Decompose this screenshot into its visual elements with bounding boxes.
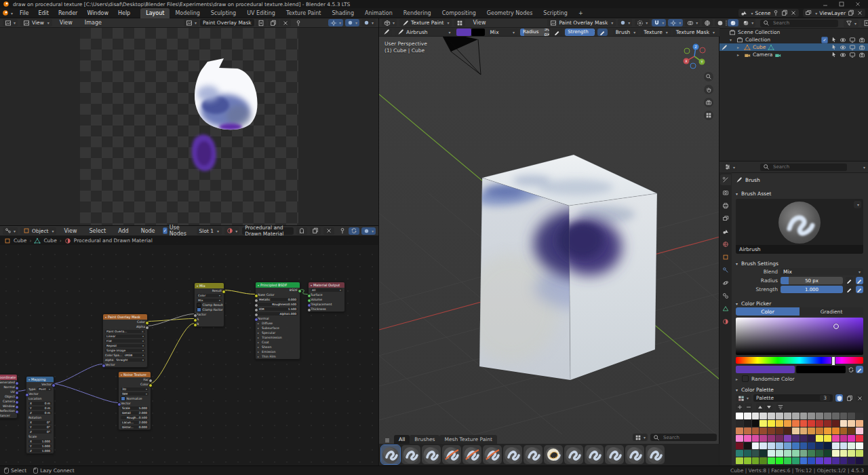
palette-swatch[interactable] xyxy=(784,428,791,434)
pointer-toggle-icon[interactable] xyxy=(831,44,837,51)
saturation-value-picker[interactable] xyxy=(736,318,863,355)
palette-swatch[interactable] xyxy=(768,413,775,419)
palette-swatch[interactable] xyxy=(760,435,767,442)
node-row-z[interactable]: Z0° xyxy=(26,430,54,434)
node-row-z[interactable]: Z1.000 xyxy=(26,449,54,453)
outliner-search-input[interactable] xyxy=(772,20,835,26)
palette-swatch[interactable] xyxy=(768,435,775,442)
palette-swatch[interactable] xyxy=(784,450,791,457)
palette-swatch[interactable] xyxy=(736,435,743,442)
node-row-z[interactable]: Z0 m xyxy=(26,411,54,415)
unlink-palette-button[interactable] xyxy=(856,394,863,402)
blend-dropdown[interactable]: Mix xyxy=(781,268,863,276)
node-row-sheen[interactable]: Sheen xyxy=(256,345,300,349)
snap-node-button[interactable] xyxy=(349,227,359,235)
workspace-tab-compositing[interactable]: Compositing xyxy=(437,8,481,18)
palette-swatch[interactable] xyxy=(784,442,791,449)
shading-rendered-button[interactable] xyxy=(741,19,755,26)
palette-swatch[interactable] xyxy=(768,457,775,464)
palette-swatch[interactable] xyxy=(776,435,783,442)
palette-swatch[interactable] xyxy=(776,428,783,434)
foreground-color-swatch[interactable] xyxy=(456,28,471,36)
radius-pressure-curve-button[interactable] xyxy=(856,277,863,284)
background-color-swatch[interactable] xyxy=(471,28,485,36)
move-color-up-button[interactable] xyxy=(756,403,764,411)
palette-swatch[interactable] xyxy=(784,457,791,464)
brush-thumbnail-erase-textured[interactable] xyxy=(483,445,502,464)
pin-icon[interactable] xyxy=(339,227,346,234)
menu-view[interactable]: View xyxy=(468,18,490,28)
strength-slider[interactable]: 1.000 xyxy=(781,286,843,293)
palette-swatch[interactable] xyxy=(800,420,808,427)
node-value-detail[interactable]: Detail2.000 xyxy=(121,411,149,415)
unlink-image-button[interactable] xyxy=(280,19,291,26)
editor-type-button[interactable] xyxy=(382,19,397,26)
zoom-button[interactable] xyxy=(704,72,713,81)
palette-swatch[interactable] xyxy=(832,420,840,427)
radius-pressure-button[interactable] xyxy=(846,277,853,284)
menu-view[interactable]: View xyxy=(59,226,81,236)
gizmos-dropdown[interactable] xyxy=(328,19,343,26)
node-select-mix[interactable]: Mix▾ xyxy=(197,299,222,303)
node-select-flat[interactable]: Flat▾ xyxy=(105,339,145,343)
menu-help[interactable]: Help xyxy=(113,8,135,18)
use-nodes-toggle[interactable]: Use Nodes xyxy=(163,225,189,237)
menu-view[interactable]: View xyxy=(55,18,77,28)
palette-swatch[interactable] xyxy=(744,435,751,442)
palette-swatch[interactable] xyxy=(856,428,863,434)
editor-type-button[interactable] xyxy=(722,164,737,171)
workspace-tab-geometry-nodes[interactable]: Geometry Nodes xyxy=(481,8,538,18)
node-select-3d[interactable]: 3D▾ xyxy=(121,387,149,392)
palette-swatch[interactable] xyxy=(824,450,831,457)
scene-selector[interactable]: Scene xyxy=(738,9,799,17)
node-row-paint-overla[interactable]: Paint Overla...✕ xyxy=(103,329,147,334)
node-row-camera[interactable]: Camera xyxy=(0,399,17,404)
properties-tab-output[interactable] xyxy=(720,200,731,211)
node-select-all[interactable]: All▾ xyxy=(311,288,342,292)
navigation-gizmo[interactable]: X Y Z xyxy=(679,41,710,72)
node-row-from-instancer[interactable]: From Instancer xyxy=(0,413,17,418)
node-row-alpha[interactable]: Alpha1.000 xyxy=(256,311,300,316)
palette-swatch[interactable] xyxy=(776,450,783,457)
palette-swatch[interactable] xyxy=(784,420,791,427)
node-image-texture[interactable]: Paint Overlay MaskColorAlphaPaint Overla… xyxy=(102,314,148,368)
overlays-dropdown[interactable] xyxy=(685,19,700,26)
socket-in-thickness[interactable] xyxy=(307,308,311,312)
image-mode-dropdown[interactable]: View xyxy=(20,19,52,26)
gizmos-dropdown[interactable] xyxy=(668,19,683,26)
maximize-button[interactable] xyxy=(838,1,845,7)
radius-slider[interactable]: 50 px xyxy=(781,277,843,284)
workspace-tab-sculpting[interactable]: Sculpting xyxy=(205,8,241,18)
node-row-alpha[interactable]: Alpha xyxy=(103,324,147,329)
node-row-specular[interactable]: Specular xyxy=(256,330,300,335)
palette-swatch[interactable] xyxy=(848,428,855,434)
node-row-ior[interactable]: IOR1.500 xyxy=(256,307,300,311)
camera-toggle-icon[interactable] xyxy=(859,52,865,58)
node-header[interactable]: Paint Overlay Mask xyxy=(103,314,147,320)
swap-colors-button[interactable] xyxy=(847,366,854,373)
palette-swatch[interactable] xyxy=(800,435,808,442)
node-row-x[interactable]: X0° xyxy=(26,420,54,425)
breadcrumb-item[interactable]: Procedural and Drawn Material xyxy=(74,238,153,244)
workspace-tab-uv-editing[interactable]: UV Editing xyxy=(241,8,281,18)
palette-swatch[interactable] xyxy=(752,435,760,442)
node-row-metallic[interactable]: Metallic0.000 xyxy=(256,297,300,302)
camera-toggle-icon[interactable] xyxy=(859,37,865,43)
palette-swatch[interactable] xyxy=(792,420,800,427)
menu-add[interactable]: Add xyxy=(113,226,134,236)
strength-pressure-curve-button[interactable] xyxy=(856,286,863,293)
background-color-swatch[interactable] xyxy=(796,366,846,373)
paint-mask-button[interactable] xyxy=(454,19,465,26)
eye-toggle-icon[interactable] xyxy=(840,44,846,51)
palette-swatch[interactable] xyxy=(736,413,743,419)
node-row-scale[interactable]: Scale5.000 xyxy=(119,406,151,411)
palette-swatch[interactable] xyxy=(800,428,808,434)
remove-view-layer-icon[interactable] xyxy=(856,10,863,16)
node-row-vector[interactable]: Vector xyxy=(103,362,147,367)
gradient-tab[interactable]: Gradient xyxy=(800,307,863,316)
palette-swatch[interactable] xyxy=(800,450,808,457)
palette-swatch[interactable] xyxy=(736,450,743,457)
brush-thumbnail-strands[interactable] xyxy=(625,445,644,464)
palette-swatch[interactable] xyxy=(760,442,767,449)
node-value-lacun[interactable]: Lacun...2.000 xyxy=(121,421,149,425)
